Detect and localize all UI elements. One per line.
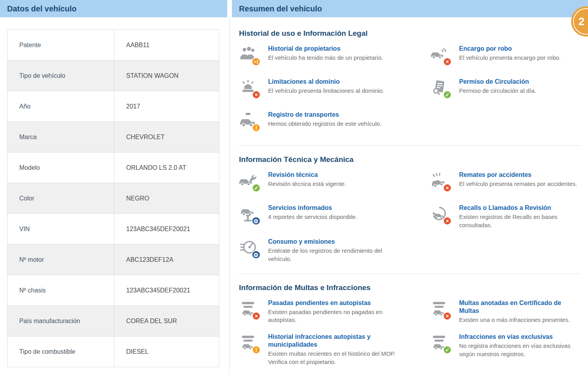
siren-icon: × bbox=[239, 79, 257, 97]
summary-item: +1 Historial de propietarios El vehículo… bbox=[239, 45, 430, 69]
summary-item: ⚙ Consumo y emisiones Entérate de los re… bbox=[239, 238, 430, 263]
right-panel-title: Resumen del vehículo bbox=[239, 4, 322, 13]
error-status-badge: × bbox=[252, 312, 261, 320]
item-description: Entérate de los registros de rendimiento… bbox=[268, 247, 402, 263]
warn-status-badge: ! bbox=[252, 346, 261, 354]
row-label: VIN bbox=[7, 214, 114, 244]
item-description: El vehículo presenta remates por acciden… bbox=[459, 180, 577, 188]
recall-icon: × bbox=[430, 205, 448, 223]
item-title[interactable]: Servicios informados bbox=[268, 204, 357, 212]
summary-item: × Limitaciones al dominio El vehículo pr… bbox=[239, 78, 430, 102]
left-panel-title: Datos del vehículo bbox=[7, 4, 77, 13]
row-label: Patente bbox=[7, 30, 114, 61]
row-label: Nº chasis bbox=[7, 275, 114, 306]
right-panel-header: Resumen del vehículo bbox=[232, 0, 588, 17]
error-status-badge: × bbox=[443, 217, 452, 225]
row-value: 2017 bbox=[114, 91, 219, 122]
taxi-icon: ! bbox=[239, 112, 257, 130]
item-description: No registra infracciones en vías exclusi… bbox=[459, 342, 581, 358]
car-theft-icon: × bbox=[430, 46, 448, 64]
item-description: Existen multas recientes en el histórico… bbox=[268, 350, 402, 366]
table-row: Tipo de vehículo STATION WAGON bbox=[7, 61, 219, 91]
item-title[interactable]: Revisión técnica bbox=[268, 171, 346, 179]
error-status-badge: × bbox=[443, 184, 452, 192]
speedometer-icon: ⚙ bbox=[239, 239, 257, 257]
summary-item: × Multas anotadas en Certificado de Mult… bbox=[430, 299, 588, 324]
car-crash-icon: × bbox=[430, 172, 448, 190]
item-title[interactable]: Pasadas pendientes en autopistas bbox=[268, 299, 402, 307]
summary-item: ✓ Permiso de Circulación Permiso de circ… bbox=[430, 78, 588, 102]
section-heading: Información de Multas e Infracciones bbox=[239, 283, 588, 292]
table-row: Nº chasis 123ABC345DEF20021 bbox=[7, 275, 219, 306]
summary-section: Información de Multas e Infracciones × P… bbox=[239, 283, 588, 375]
page-number: 2 bbox=[579, 15, 585, 28]
item-title[interactable]: Multas anotadas en Certificado de Multas bbox=[459, 299, 581, 315]
item-title[interactable]: Recalls o Llamados a Revisión bbox=[459, 204, 581, 212]
panel-divider bbox=[229, 17, 230, 375]
item-description: Permiso de circulación al día. bbox=[459, 87, 536, 95]
item-description: Revisión técnica está vigente. bbox=[268, 180, 346, 188]
section-heading: Información Técnica y Mecánica bbox=[239, 155, 588, 164]
table-row: Color NEGRO bbox=[7, 183, 219, 214]
item-description: El vehículo ha tenido más de un propieta… bbox=[268, 54, 383, 62]
row-label: Marca bbox=[7, 122, 114, 153]
toll-gantry-icon: × bbox=[430, 300, 448, 318]
circulation-permit-icon: ✓ bbox=[430, 79, 448, 97]
item-title[interactable]: Infracciones en vías exclusivas bbox=[459, 333, 581, 341]
table-row: Modelo ORLANDO LS 2.0 AT bbox=[7, 153, 219, 183]
vehicle-summary: Historial de uso e Información Legal +1 … bbox=[239, 17, 588, 375]
summary-item: × Recalls o Llamados a Revisión Existen … bbox=[430, 204, 588, 229]
item-description: Hemos obtenido registros de este vehícul… bbox=[268, 120, 382, 128]
row-value: 123ABC345DEF20021 bbox=[114, 275, 219, 306]
toll-gantry-icon: ! bbox=[239, 334, 257, 352]
ok-status-badge: ✓ bbox=[252, 184, 261, 192]
car-lift-icon: ⚙ bbox=[239, 205, 257, 223]
summary-item: ✓ Infracciones en vías exclusivas No reg… bbox=[430, 333, 588, 366]
toll-gantry-icon: × bbox=[239, 300, 257, 318]
item-description: Existen una o más infracciones presentes… bbox=[459, 316, 581, 324]
vehicle-data-table: Patente AABB11 Tipo de vehículo STATION … bbox=[7, 29, 219, 367]
row-value: DIESEL bbox=[114, 336, 219, 367]
car-wrench-icon: ✓ bbox=[239, 172, 257, 190]
item-title[interactable]: Consumo y emisiones bbox=[268, 238, 402, 246]
summary-item: × Pasadas pendientes en autopistas Exist… bbox=[239, 299, 430, 324]
error-status-badge: × bbox=[443, 57, 452, 66]
summary-item: ✓ Revisión técnica Revisión técnica está… bbox=[239, 171, 430, 195]
row-value: AABB11 bbox=[114, 30, 219, 61]
row-label: Tipo de combustible bbox=[7, 336, 114, 367]
summary-item: ! Historial infracciones autopistas y mu… bbox=[239, 333, 430, 366]
item-title[interactable]: Historial infracciones autopistas y muni… bbox=[268, 333, 406, 349]
item-title[interactable]: Limitaciones al dominio bbox=[268, 78, 384, 86]
plus-one-status-badge: +1 bbox=[252, 57, 261, 66]
table-row: Nº motor ABC123DEF12A bbox=[7, 244, 219, 275]
row-value: ORLANDO LS 2.0 AT bbox=[114, 153, 219, 183]
item-description: El vehículo presenta encargo por robo. bbox=[459, 54, 561, 62]
summary-section: Información Técnica y Mecánica ✓ Revisió… bbox=[239, 155, 588, 272]
item-title[interactable]: Remates por accidentes bbox=[459, 171, 577, 179]
row-value: COREA DEL SUR bbox=[114, 306, 219, 336]
owners-icon: +1 bbox=[239, 46, 257, 64]
item-title[interactable]: Encargo por robo bbox=[459, 45, 561, 53]
item-title[interactable]: Registro de transportes bbox=[268, 111, 382, 119]
summary-item: ! Registro de transportes Hemos obtenido… bbox=[239, 111, 430, 135]
gear-status-badge: ⚙ bbox=[252, 250, 261, 259]
row-label: Modelo bbox=[7, 153, 114, 183]
table-row: VIN 123ABC345DEF20021 bbox=[7, 214, 219, 244]
ok-status-badge: ✓ bbox=[443, 346, 452, 354]
section-items: ✓ Revisión técnica Revisión técnica está… bbox=[239, 171, 588, 272]
row-value: CHEVROLET bbox=[114, 122, 219, 153]
section-heading: Historial de uso e Información Legal bbox=[239, 29, 588, 38]
item-title[interactable]: Historial de propietarios bbox=[268, 45, 383, 53]
section-items: × Pasadas pendientes en autopistas Exist… bbox=[239, 299, 588, 375]
gear-status-badge: ⚙ bbox=[252, 217, 261, 225]
row-label: Año bbox=[7, 91, 114, 122]
item-title[interactable]: Permiso de Circulación bbox=[459, 78, 536, 86]
summary-item: ⚙ Servicios informados 4 reportes de ser… bbox=[239, 204, 430, 229]
row-label: Color bbox=[7, 183, 114, 214]
summary-section: Historial de uso e Información Legal +1 … bbox=[239, 29, 588, 144]
row-value: 123ABC345DEF20021 bbox=[114, 214, 219, 244]
table-row: Año 2017 bbox=[7, 91, 219, 122]
table-row: Tipo de combustible DIESEL bbox=[7, 336, 219, 367]
row-value: ABC123DEF12A bbox=[114, 244, 219, 275]
left-panel-header: Datos del vehículo bbox=[0, 0, 227, 17]
